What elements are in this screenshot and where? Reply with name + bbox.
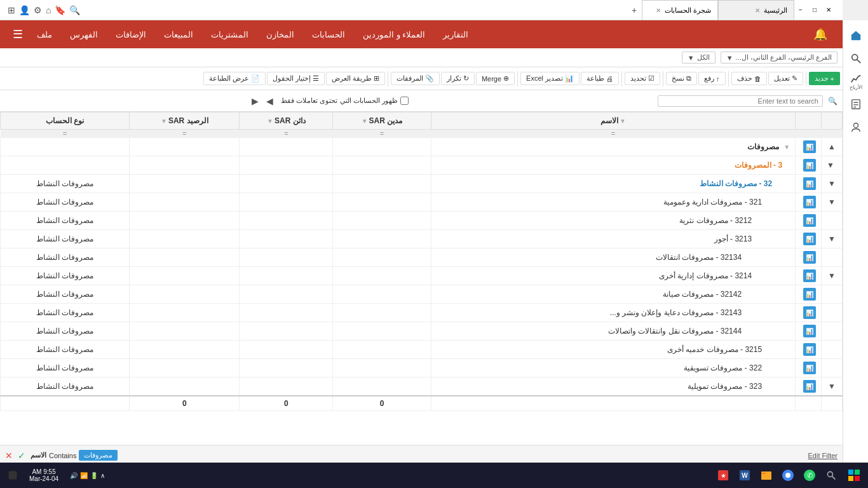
sidebar-home-btn[interactable] (846, 25, 866, 46)
expand-col[interactable]: ▼ (822, 175, 843, 193)
tab-home[interactable]: الرئيسية ✕ (718, 0, 794, 20)
taskbar-notification-btn[interactable] (3, 465, 23, 485)
table-row[interactable]: 📊 32144 - مصروفات نقل وانتقالات واتصالات… (1, 322, 843, 341)
excel-button[interactable]: 📊 تصدير Excel (520, 72, 580, 85)
print-button[interactable]: 🖨 طباعة (581, 72, 619, 85)
home-icon-title[interactable]: ⌂ (46, 5, 51, 15)
nav-reports[interactable]: التقارير (434, 20, 477, 48)
nav-prev[interactable]: ◀ (264, 95, 276, 107)
taskbar-files-btn[interactable] (756, 465, 776, 485)
taskbar-sys-tray: ∧ 🔋 📶 🔊 (65, 472, 110, 479)
table-row[interactable]: ▼ 📊 3213 - أجور مصروفات النشاط (1, 230, 843, 248)
upload-icon: ↑ (716, 75, 720, 83)
taskbar-app-btn[interactable]: ★ (713, 465, 733, 485)
table-row[interactable]: 📊 3212 - مصروفات نثرية مصروفات النشاط (1, 212, 843, 230)
filter-confirm-icon[interactable]: ✓ (18, 451, 25, 461)
expand-col[interactable]: ▲ (822, 138, 843, 156)
row-icon-col: 📊 (796, 248, 822, 267)
close-btn[interactable]: ✕ (822, 4, 835, 17)
search-icon-title[interactable]: 🔍 (69, 5, 80, 15)
branch-bar: الفرع الرئيسي، الفرع الثاني، ال... ▼ الك… (0, 48, 843, 67)
expand-icon: ▼ (828, 271, 836, 280)
expand-col[interactable]: ▼ (822, 230, 843, 248)
sidebar-profit-loss-btn[interactable]: الأرباح (846, 71, 866, 92)
nav-clients[interactable]: العملاء و الموردين (354, 20, 434, 48)
filter-checkbox[interactable] (400, 97, 409, 105)
copy-button[interactable]: ⧉ نسخ (666, 72, 697, 85)
col-filter-icon-balance[interactable]: ▼ (161, 118, 167, 125)
table-row[interactable]: ▼ 📊 321 - مصروفات ادارية وعمومية مصروفات… (1, 193, 843, 212)
table-row[interactable]: 📊 32134 - مصروفات انتقالات مصروفات النشا… (1, 248, 843, 267)
attachments-button[interactable]: 📎 المرفقات (391, 72, 440, 85)
merge-button[interactable]: ⊕ Merge (476, 72, 515, 85)
table-row[interactable]: 📊 32142 - مصروفات صيانة مصروفات النشاط (1, 285, 843, 304)
svg-line-14 (832, 477, 836, 480)
expand-col[interactable]: ▼ (822, 193, 843, 212)
nav-warehouses[interactable]: المخازن (257, 20, 303, 48)
nav-purchases[interactable]: المشتريات (202, 20, 257, 48)
col-filter-icon-credit[interactable]: ▼ (267, 118, 273, 125)
row-balance (130, 322, 240, 341)
search-input[interactable] (662, 97, 818, 105)
view-mode-button[interactable]: ⊞ طريقة العرض (326, 72, 385, 85)
table-row[interactable]: 📊 322 - مصروفات تسويقية مصروفات النشاط (1, 359, 843, 377)
nav-sales[interactable]: المبيعات (155, 20, 202, 48)
toolbar: + جديد ✎ تعديل 🗑 حذف ↑ رفع ⧉ نسخ ☑ تحديد… (0, 67, 843, 90)
minimize-btn[interactable]: − (794, 4, 807, 17)
col-filter-icon-debit[interactable]: ▼ (362, 118, 368, 125)
tab-accounts-tree[interactable]: شجرة الحسابات ✕ (642, 0, 718, 20)
table-row[interactable]: ▼ 📊 32 - مصروفات النشاط مصروفات النشاط (1, 175, 843, 193)
print-view-button[interactable]: 📄 عرض الطباعة (203, 72, 266, 85)
fields-button[interactable]: ☰ إختيار الحقول (267, 72, 325, 85)
select-button[interactable]: ☑ تحديد (625, 72, 660, 85)
edit-filter-link[interactable]: Edit Filter (808, 452, 837, 459)
filter-funnel-icon[interactable]: ▼ (620, 118, 626, 125)
upload-button[interactable]: ↑ رفع (698, 72, 726, 85)
tab-accounts-tree-close[interactable]: ✕ (656, 7, 661, 14)
row-type: مصروفات النشاط (1, 175, 130, 193)
table-row[interactable]: ▼ 📊 3 - المصروفات (1, 156, 843, 175)
user-icon-title[interactable]: 👤 (19, 5, 30, 15)
repeat-button[interactable]: ↻ تكرار (441, 72, 475, 85)
taskbar-search-btn[interactable] (821, 465, 841, 485)
new-tab-button[interactable]: + (627, 3, 642, 18)
hamburger-icon[interactable]: ☰ (8, 27, 28, 41)
nav-next[interactable]: ▶ (249, 95, 261, 107)
filter-label-text: ظهور الحسابات التي تحتوى تعاملات فقط (281, 97, 397, 105)
apps-icon[interactable]: ⊞ (8, 5, 15, 15)
edit-button[interactable]: ✎ تعديل (768, 72, 803, 85)
table-row[interactable]: ▼ 📊 323 - مصروفات تمويلية مصروفات النشاط (1, 377, 843, 396)
nav-additions[interactable]: الإضافات (107, 20, 155, 48)
nav-accounts[interactable]: الحسابات (303, 20, 354, 48)
settings-icon[interactable]: ⚙ (34, 5, 42, 15)
delete-button[interactable]: 🗑 حذف (731, 72, 767, 85)
sidebar-user-btn[interactable] (846, 117, 866, 137)
expand-col[interactable]: ▼ (822, 377, 843, 396)
taskbar-word-btn[interactable]: W (735, 465, 755, 485)
nav-index[interactable]: الفهرس (61, 20, 107, 48)
taskbar-chrome-btn[interactable] (778, 465, 798, 485)
tab-home-close[interactable]: ✕ (755, 7, 760, 14)
row-debit (333, 248, 431, 267)
expand-col[interactable]: ▼ (822, 156, 843, 175)
total-balance: 0 (130, 396, 240, 411)
taskbar-whatsapp-btn[interactable]: ✆ (799, 465, 820, 485)
branch-selector[interactable]: الفرع الرئيسي، الفرع الثاني، ال... ▼ (721, 51, 837, 64)
start-button[interactable] (843, 464, 865, 487)
table-row[interactable]: 📊 3215 - مصروفات خدميه أخرى مصروفات النش… (1, 341, 843, 359)
filter-clear-icon[interactable]: ✕ (5, 451, 13, 461)
table-row[interactable]: ▼ 📊 3214 - مصروفات إدارية أخرى مصروفات ا… (1, 267, 843, 285)
nav-file[interactable]: ملف (28, 20, 61, 48)
new-button[interactable]: + جديد (809, 72, 840, 85)
bookmark-icon[interactable]: 🔖 (55, 5, 65, 15)
row-icon-col: 📊 (796, 230, 822, 248)
sidebar-search-btn[interactable] (846, 48, 866, 69)
notification-bell[interactable]: 🔔 (806, 27, 835, 41)
expand-col[interactable] (822, 212, 843, 230)
expand-col[interactable]: ▼ (822, 267, 843, 285)
table-row[interactable]: 📊 32143 - مصروفات دعاية وإعلان ونشر و...… (1, 304, 843, 322)
sidebar-reports-btn[interactable] (846, 94, 866, 114)
filter-selector[interactable]: الكل ▼ (682, 51, 715, 64)
maximize-btn[interactable]: □ (808, 4, 821, 17)
table-row[interactable]: ▲ 📊 ▼ مصروفات (1, 138, 843, 156)
